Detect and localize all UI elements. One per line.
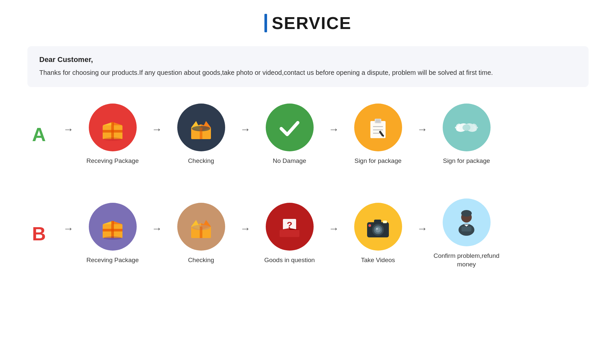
arrow-1b: → [152, 223, 162, 235]
svg-marker-32 [113, 221, 122, 224]
arrow-4b: → [417, 223, 428, 235]
step-b2-label: Checking [188, 256, 214, 265]
svg-point-52 [376, 228, 378, 230]
icon-person-lightblue [443, 198, 491, 246]
letter-a: A [27, 123, 51, 145]
arrow-3a: → [328, 123, 339, 136]
svg-rect-54 [383, 221, 387, 223]
step-a3-label: No Damage [273, 157, 306, 166]
step-b2: Checking [168, 203, 234, 265]
svg-marker-1 [103, 122, 113, 125]
icon-sign-orange [354, 104, 402, 151]
info-box: Dear Customer, Thanks for choosing our p… [27, 46, 589, 87]
arrow-4a: → [417, 123, 428, 136]
step-b3: ? Goods in question [257, 203, 323, 265]
step-b1-label: Receving Package [86, 256, 139, 265]
step-a5: Sign for package [433, 104, 499, 166]
letter-b: B [27, 223, 51, 245]
svg-rect-34 [103, 229, 122, 231]
arrow-1a: → [152, 123, 162, 136]
icon-package-red [89, 104, 137, 151]
flow-section-a: A → Recevi [27, 104, 589, 185]
icon-open-box-tan [177, 203, 225, 251]
step-a5-label: Sign for package [443, 157, 490, 166]
svg-point-35 [103, 236, 122, 240]
step-a3: No Damage [257, 104, 323, 166]
icon-handshake-teal [443, 104, 491, 151]
icon-camera-yellow [354, 203, 402, 251]
svg-rect-42 [200, 227, 202, 238]
page-title-section: SERVICE [264, 13, 351, 33]
arrow-3b: → [328, 223, 339, 235]
icon-open-box-dark [177, 104, 225, 151]
step-b4: Take Videos [345, 203, 411, 265]
step-b1: Receving Package [80, 203, 146, 265]
svg-rect-45 [280, 230, 299, 237]
svg-point-51 [375, 227, 381, 232]
arrow-2b: → [240, 223, 251, 235]
arrow-0a: → [63, 123, 74, 136]
svg-point-57 [461, 210, 472, 217]
info-greeting: Dear Customer, [39, 55, 577, 64]
step-b5-label: Confirm problem,refund money [433, 252, 499, 269]
page-title: SERVICE [272, 13, 351, 33]
svg-marker-2 [113, 122, 122, 125]
flow-section-b: B → Receving Package → [27, 198, 589, 289]
step-a1-label: Receving Package [86, 157, 139, 166]
svg-rect-4 [103, 130, 122, 133]
step-b3-label: Goods in question [264, 256, 315, 265]
svg-marker-31 [103, 221, 113, 224]
title-accent-bar [264, 14, 267, 32]
svg-point-55 [368, 224, 371, 227]
svg-rect-53 [374, 220, 381, 224]
step-a4: Sign for package [345, 104, 411, 166]
icon-package-purple [89, 203, 137, 251]
info-message: Thanks for choosing our products.If any … [39, 67, 577, 78]
step-a1: Receving Package [80, 104, 146, 166]
step-b5: Confirm problem,refund money [433, 198, 499, 269]
step-a2-label: Checking [188, 157, 214, 166]
svg-point-5 [103, 137, 122, 141]
svg-point-23 [462, 124, 470, 131]
arrow-2a: → [240, 123, 251, 136]
svg-rect-15 [376, 119, 380, 123]
icon-checkmark-green [266, 104, 314, 151]
arrow-0b: → [63, 223, 74, 235]
step-a4-label: Sign for package [355, 157, 402, 166]
svg-rect-12 [200, 128, 202, 139]
icon-question-crimson: ? [266, 203, 314, 251]
step-b4-label: Take Videos [361, 256, 395, 265]
flow-row-b: B → Receving Package → [27, 198, 589, 269]
flow-row-a: A → Recevi [27, 104, 589, 166]
step-a2: Checking [168, 104, 234, 166]
svg-rect-60 [462, 227, 471, 231]
